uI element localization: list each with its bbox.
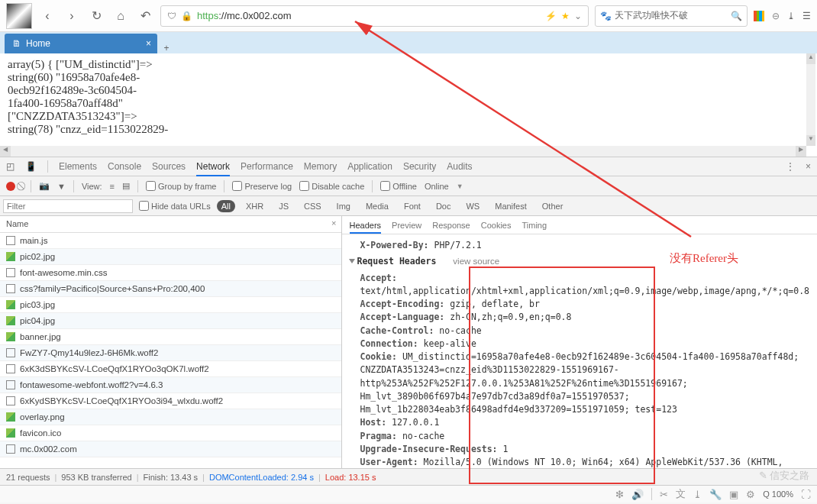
forward-button[interactable]: › <box>63 7 81 25</box>
tools-icon[interactable]: 🔧 <box>709 489 722 500</box>
request-headers-title[interactable]: Request Headersview source <box>350 255 810 268</box>
tab-console[interactable]: Console <box>108 161 141 172</box>
tab-application[interactable]: Application <box>347 161 392 172</box>
list-item[interactable]: font-awesome.min.css <box>0 265 341 281</box>
camera-icon[interactable]: 📷 <box>39 181 50 191</box>
offline-checkbox[interactable]: Offline <box>380 181 417 191</box>
download-icon[interactable]: ⤓ <box>787 11 795 21</box>
tab-performance[interactable]: Performance <box>241 161 293 172</box>
filter-manifest[interactable]: Manifest <box>490 200 531 212</box>
settings-icon[interactable]: ⚙ <box>746 489 755 500</box>
detail-tab-preview[interactable]: Preview <box>392 221 421 230</box>
header-row: Upgrade-Insecure-Requests: 1 <box>360 443 810 456</box>
vertical-scrollbar[interactable]: ▲▼ <box>806 53 815 146</box>
filter-ws[interactable]: WS <box>461 200 484 212</box>
search-box[interactable]: 🐾 天下武功唯快不破 🔍 <box>595 5 748 27</box>
inspect-icon[interactable]: ◰ <box>6 161 15 172</box>
undo-button[interactable]: ↶ <box>136 7 154 25</box>
filter-img[interactable]: Img <box>332 200 355 212</box>
home-button[interactable]: ⌂ <box>111 7 130 25</box>
detail-tab-timing[interactable]: Timing <box>522 221 547 230</box>
minimize-icon[interactable]: ⊖ <box>772 11 780 21</box>
disable-cache-checkbox[interactable]: Disable cache <box>299 181 364 191</box>
list-item[interactable]: FwZY7-Qmy14u9lezJ-6H6Mk.woff2 <box>0 345 341 361</box>
hide-data-urls-checkbox[interactable]: Hide data URLs <box>139 201 211 211</box>
new-tab-button[interactable]: + <box>157 43 176 53</box>
file-type-icon <box>6 316 15 325</box>
filter-css[interactable]: CSS <box>299 200 326 212</box>
device-icon[interactable]: 📱 <box>25 161 37 172</box>
download2-icon[interactable]: ⤓ <box>693 489 702 500</box>
detail-tab-headers[interactable]: Headers <box>350 221 382 234</box>
close-detail-icon[interactable]: × <box>331 218 336 228</box>
list-item[interactable]: overlay.png <box>0 409 341 425</box>
tab-security[interactable]: Security <box>403 161 436 172</box>
close-devtools-icon[interactable]: × <box>806 161 811 172</box>
list-item[interactable]: main.js <box>0 233 341 249</box>
detail-tab-cookies[interactable]: Cookies <box>481 221 512 230</box>
list-item[interactable]: pic02.jpg <box>0 249 341 265</box>
filter-input[interactable] <box>3 199 133 213</box>
scissors-icon[interactable]: ✂ <box>660 489 668 500</box>
filter-js[interactable]: JS <box>274 200 293 212</box>
more-icon[interactable]: ⋮ <box>786 161 795 172</box>
list-item[interactable]: favicon.ico <box>0 425 341 441</box>
php-line: ["CNZZDATA3513243"]=> <box>8 110 809 123</box>
filter-all[interactable]: All <box>217 200 235 212</box>
compass-icon[interactable]: ❇ <box>615 489 624 500</box>
pip-icon[interactable]: ▣ <box>729 489 738 500</box>
close-icon[interactable]: × <box>146 38 151 49</box>
filter-font[interactable]: Font <box>399 200 425 212</box>
tab-memory[interactable]: Memory <box>304 161 337 172</box>
record-button[interactable] <box>6 182 15 191</box>
filter-other[interactable]: Other <box>538 200 568 212</box>
online-select[interactable]: Online <box>425 182 449 191</box>
url-bar[interactable]: 🛡 🔒 https://mc.0x002.com ⚡ ★ ⌄ <box>160 5 589 27</box>
list-item[interactable]: banner.jpg <box>0 329 341 345</box>
filter-xhr[interactable]: XHR <box>241 200 268 212</box>
header-row: Accept-Encoding: gzip, deflate, br <box>360 298 810 311</box>
file-name: css?family=Pacifico|Source+Sans+Pro:200,… <box>20 284 205 293</box>
dropdown-icon[interactable]: ⌄ <box>574 11 582 21</box>
large-rows-icon[interactable]: ≡ <box>110 182 115 191</box>
fullscreen-icon[interactable]: ⛶ <box>801 489 811 500</box>
tab-audits[interactable]: Audits <box>447 161 472 172</box>
filter-icon[interactable]: ▼ <box>57 182 66 191</box>
list-item[interactable]: 6xKydSBYKcSV-LCoeQqfX1RYOo3i94_wlxdu.wof… <box>0 393 341 409</box>
menu-icon[interactable]: ☰ <box>802 11 811 21</box>
tab-elements[interactable]: Elements <box>59 161 97 172</box>
back-button[interactable]: ‹ <box>38 7 57 25</box>
name-column-header[interactable]: Name × <box>0 216 341 233</box>
file-name: 6xKydSBYKcSV-LCoeQqfX1RYOo3i94_wlxdu.wof… <box>20 396 223 405</box>
search-icon[interactable]: 🔍 <box>731 11 742 21</box>
list-item[interactable]: mc.0x002.com <box>0 441 341 457</box>
list-item[interactable]: pic03.jpg <box>0 297 341 313</box>
header-key: Cookie: <box>360 351 397 362</box>
status-finish: Finish: 13.43 s <box>144 473 199 482</box>
tab-network[interactable]: Network <box>196 161 230 176</box>
list-item[interactable]: fontawesome-webfont.woff2?v=4.6.3 <box>0 377 341 393</box>
zoom-label[interactable]: Q 100% <box>763 489 793 499</box>
list-item[interactable]: css?family=Pacifico|Source+Sans+Pro:200,… <box>0 281 341 297</box>
detail-tab-response[interactable]: Response <box>432 221 470 230</box>
filter-doc[interactable]: Doc <box>431 200 456 212</box>
tab-sources[interactable]: Sources <box>152 161 186 172</box>
reload-button[interactable]: ↻ <box>87 7 105 25</box>
preserve-log-checkbox[interactable]: Preserve log <box>232 181 292 191</box>
throttle-dropdown-icon[interactable]: ▼ <box>457 183 463 190</box>
file-name: fontawesome-webfont.woff2?v=4.6.3 <box>20 380 163 389</box>
group-by-frame-checkbox[interactable]: Group by frame <box>146 181 216 191</box>
list-item[interactable]: pic04.jpg <box>0 313 341 329</box>
horizontal-scrollbar[interactable]: ◀▶ <box>0 146 806 157</box>
tab-home[interactable]: 🗎 Home × <box>5 34 157 53</box>
speaker-icon[interactable]: 🔊 <box>631 489 644 500</box>
flash-icon[interactable]: ⚡ <box>545 11 557 21</box>
waterfall-icon[interactable]: ▤ <box>122 181 130 191</box>
list-item[interactable]: 6xK3dSBYKcSV-LCoeQqfX1RYOo3qOK7l.woff2 <box>0 361 341 377</box>
translate-icon[interactable]: 文 <box>676 487 686 501</box>
apps-icon[interactable] <box>754 11 764 21</box>
star-icon[interactable]: ★ <box>561 11 570 21</box>
avatar[interactable] <box>6 3 32 29</box>
header-row: Accept-Language: zh-CN,zh;q=0.9,en;q=0.8 <box>360 311 810 324</box>
filter-media[interactable]: Media <box>361 200 393 212</box>
